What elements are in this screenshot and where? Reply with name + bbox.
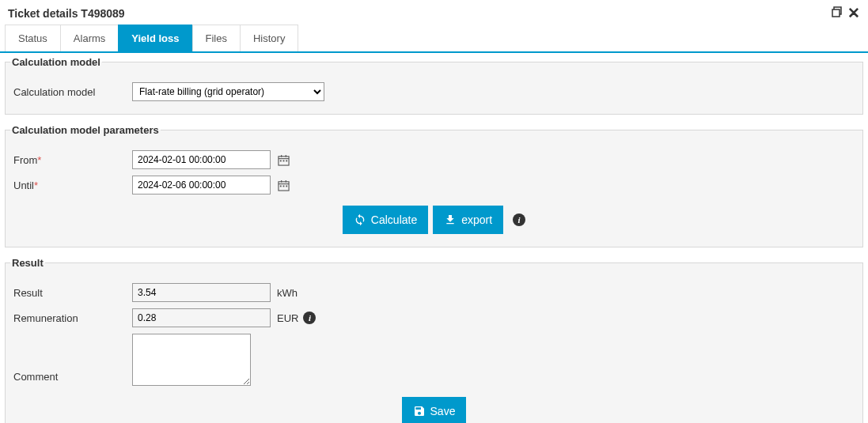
svg-rect-6 — [279, 160, 281, 161]
info-icon[interactable]: i — [303, 312, 316, 324]
remuneration-label: Remuneration — [13, 312, 132, 324]
parameters-legend: Calculation model parameters — [10, 124, 161, 136]
remuneration-unit: EUR — [277, 312, 298, 324]
export-button[interactable]: export — [433, 206, 503, 234]
from-input[interactable] — [132, 150, 271, 169]
save-button[interactable]: Save — [402, 397, 467, 423]
result-value-input — [132, 283, 271, 302]
window-controls: ✕ — [832, 6, 860, 20]
window-header: Ticket details T498089 ✕ — [0, 0, 868, 25]
tab-files[interactable]: Files — [192, 25, 241, 51]
svg-rect-8 — [286, 160, 287, 161]
until-input[interactable] — [132, 176, 271, 195]
info-icon[interactable]: i — [513, 213, 525, 226]
svg-rect-1 — [832, 9, 840, 17]
restore-icon[interactable] — [832, 6, 843, 20]
until-label: Until* — [13, 179, 132, 191]
result-unit: kWh — [277, 287, 298, 299]
parameters-section: Calculation model parameters From* Until… — [5, 124, 863, 247]
tab-alarms[interactable]: Alarms — [60, 25, 119, 51]
from-label: From* — [13, 154, 132, 166]
comment-label: Comment — [13, 371, 132, 386]
content: Calculation model Calculation model Flat… — [0, 53, 868, 423]
window-title: Ticket details T498089 — [8, 7, 125, 20]
svg-rect-14 — [282, 185, 284, 187]
calculation-model-section: Calculation model Calculation model Flat… — [5, 56, 863, 115]
tab-bar: Status Alarms Yield loss Files History — [0, 25, 868, 53]
save-icon — [413, 405, 426, 417]
result-section: Result Result kWh Remuneration EUR i Com… — [5, 257, 863, 423]
result-label: Result — [13, 287, 132, 299]
tab-yield-loss[interactable]: Yield loss — [118, 25, 192, 51]
calculation-model-select[interactable]: Flat-rate billing (grid operator) — [132, 82, 324, 101]
calculate-button[interactable]: Calculate — [343, 206, 428, 234]
calculation-model-legend: Calculation model — [10, 56, 102, 68]
calendar-icon[interactable] — [277, 153, 290, 166]
download-icon — [444, 213, 457, 226]
comment-textarea[interactable] — [132, 334, 251, 386]
svg-rect-13 — [279, 185, 281, 187]
remuneration-value-input — [132, 308, 271, 327]
tab-history[interactable]: History — [240, 25, 298, 51]
close-icon[interactable]: ✕ — [847, 8, 860, 19]
refresh-icon — [354, 213, 366, 226]
svg-rect-7 — [282, 160, 284, 161]
svg-rect-15 — [286, 185, 287, 187]
tab-status[interactable]: Status — [5, 25, 61, 51]
result-legend: Result — [10, 257, 45, 269]
calculation-model-label: Calculation model — [13, 86, 132, 98]
calendar-icon[interactable] — [277, 179, 290, 191]
